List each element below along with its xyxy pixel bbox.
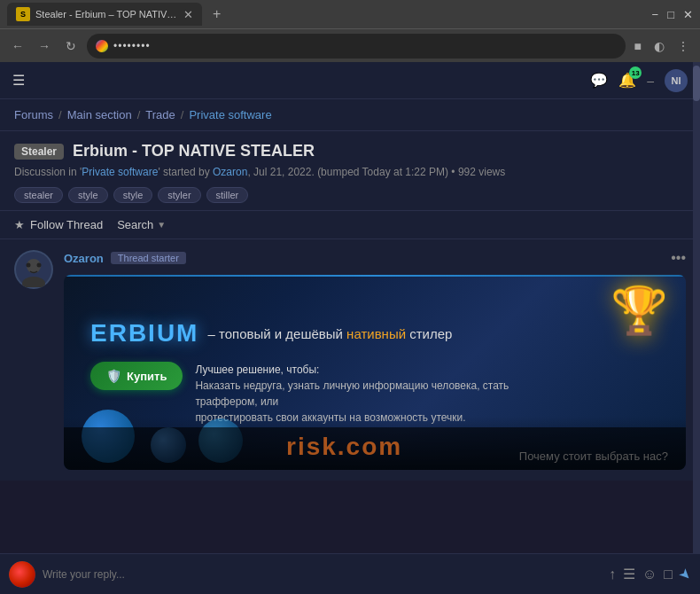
buy-icon: 🛡️ (106, 369, 121, 383)
minimize-button[interactable]: − (652, 8, 659, 21)
refresh-button[interactable]: ↻ (60, 35, 82, 57)
forward-button[interactable]: → (34, 35, 55, 57)
emoji-icon[interactable]: ☺ (642, 567, 657, 582)
erbium-title: ERBIUM – топовый и дешёвый нативный стил… (90, 319, 659, 348)
extensions-button[interactable]: ■ (631, 35, 645, 57)
thread-type-tag: Stealer (14, 144, 64, 160)
thread-content-area: Ozaron Thread starter ••• 🏆 ERBIUM – топ… (0, 239, 700, 481)
user-avatar[interactable]: NI (665, 69, 688, 92)
browser-favicon: S (16, 7, 30, 21)
buy-button[interactable]: 🛡️ Купить (90, 362, 183, 390)
tab-close-icon[interactable]: ✕ (183, 8, 193, 21)
tab-title: Stealer - Erbium – TOP NATIVE S… (35, 9, 178, 20)
forum-page: ☰ 💬 🔔 13 – NI Forums / Main section / Tr… (0, 62, 700, 594)
top-bar-right: 💬 🔔 13 – NI (590, 69, 688, 92)
new-tab-button[interactable]: + (207, 6, 226, 22)
tag-style-2[interactable]: style (113, 187, 153, 203)
thread-meta: Discussion in 'Private software' started… (14, 166, 686, 178)
arrow-up-icon[interactable]: ↑ (609, 567, 616, 582)
reply-avatar (9, 561, 35, 588)
banner-image: 🏆 ERBIUM – топовый и дешёвый нативный ст… (64, 275, 686, 470)
post-main: Ozaron Thread starter ••• 🏆 ERBIUM – топ… (64, 250, 686, 470)
menu-button[interactable]: ⋮ (673, 35, 693, 57)
back-button[interactable]: ← (7, 35, 28, 57)
browser-titlebar: S Stealer - Erbium – TOP NATIVE S… ✕ + −… (0, 0, 700, 28)
risk-com-logo: risk.com (286, 430, 463, 462)
notification-badge: 13 (629, 66, 642, 79)
risk-com-text: risk.com (286, 430, 463, 467)
svg-text:risk.com: risk.com (286, 433, 402, 460)
chat-icon[interactable]: 💬 (590, 72, 608, 89)
image-icon[interactable]: □ (664, 567, 673, 582)
svg-point-3 (27, 263, 31, 268)
send-button[interactable]: ➤ (675, 564, 696, 584)
thread-actions-bar: ★ Follow Thread Search ▼ (0, 211, 700, 239)
tag-style-1[interactable]: style (68, 187, 108, 203)
thread-header: Stealer Erbium - TOP NATIVE STEALER Disc… (0, 131, 700, 211)
meta-views: 992 views (458, 166, 505, 178)
watermark: risk.com (64, 427, 686, 470)
post-avatar (14, 250, 53, 289)
post-more-button[interactable]: ••• (671, 250, 686, 266)
breadcrumb-forums[interactable]: Forums (14, 108, 53, 121)
tags-row: stealer style style styler stiller (14, 187, 686, 203)
breadcrumb-sep-2: / (137, 108, 141, 121)
trophy-icon: 🏆 (611, 285, 668, 336)
tag-stiller[interactable]: stiller (206, 187, 249, 203)
meta-date: , Jul 21, 2022. (247, 166, 314, 178)
breadcrumb-main-section[interactable]: Main section (67, 108, 132, 121)
meta-prefix: Discussion in ' (14, 166, 82, 178)
profile-button[interactable]: ◐ (650, 35, 668, 57)
search-dropdown-button[interactable]: Search ▼ (117, 218, 166, 231)
chevron-down-icon: ▼ (157, 220, 166, 230)
breadcrumb-sep-1: / (58, 108, 62, 121)
erbium-logo: ERBIUM (90, 319, 198, 348)
reply-bar: ↑ ☰ ☺ □ ➤ (0, 553, 700, 594)
top-bar: ☰ 💬 🔔 13 – NI (0, 62, 700, 99)
star-icon: ★ (14, 218, 25, 231)
breadcrumb: Forums / Main section / Trade / Private … (0, 99, 700, 131)
thread-title-row: Stealer Erbium - TOP NATIVE STEALER (14, 142, 686, 160)
page-scrollbar[interactable] (693, 62, 700, 553)
post-header: Ozaron Thread starter ••• (64, 250, 686, 266)
avatar-image (16, 252, 51, 287)
meta-middle: ' started by (158, 166, 213, 178)
google-icon (96, 40, 108, 52)
browser-navbar: ← → ↻ •••••••• ■ ◐ ⋮ (0, 28, 700, 62)
notifications-icon[interactable]: 🔔 13 (618, 72, 636, 89)
reply-avatar-image (9, 561, 35, 588)
trophy-decoration: 🏆 (611, 284, 668, 338)
breadcrumb-sep-3: / (181, 108, 184, 121)
meta-user-link[interactable]: Ozaron (213, 166, 247, 178)
thread-title: Erbium - TOP NATIVE STEALER (73, 142, 315, 160)
svg-point-4 (37, 263, 42, 268)
meta-bumped: (bumped Today at 1:22 PM) (317, 166, 448, 178)
breadcrumb-private-software[interactable]: Private software (189, 108, 271, 121)
browser-actions: ■ ◐ ⋮ (631, 35, 693, 57)
address-bar[interactable]: •••••••• (87, 34, 626, 59)
reply-actions: ↑ ☰ ☺ □ ➤ (609, 566, 691, 582)
post-badge: Thread starter (111, 252, 186, 264)
scrollbar-thumb[interactable] (693, 66, 700, 101)
separator: – (647, 74, 654, 88)
close-button[interactable]: ✕ (683, 8, 693, 21)
tag-styler[interactable]: styler (158, 187, 200, 203)
breadcrumb-trade[interactable]: Trade (145, 108, 175, 121)
meta-forum-link[interactable]: Private software (82, 166, 158, 178)
window-controls: − □ ✕ (652, 8, 693, 21)
tag-stealer[interactable]: stealer (14, 187, 63, 203)
follow-thread-button[interactable]: ★ Follow Thread (14, 218, 103, 231)
hamburger-menu-icon[interactable]: ☰ (12, 72, 25, 89)
reply-input[interactable] (43, 568, 602, 581)
list-icon[interactable]: ☰ (623, 566, 635, 582)
erbium-subtitle: – топовый и дешёвый нативный стилер (207, 326, 452, 341)
address-text: •••••••• (113, 40, 151, 52)
browser-tab[interactable]: S Stealer - Erbium – TOP NATIVE S… ✕ (7, 3, 202, 26)
maximize-button[interactable]: □ (667, 8, 674, 21)
post-username[interactable]: Ozaron (64, 252, 104, 265)
